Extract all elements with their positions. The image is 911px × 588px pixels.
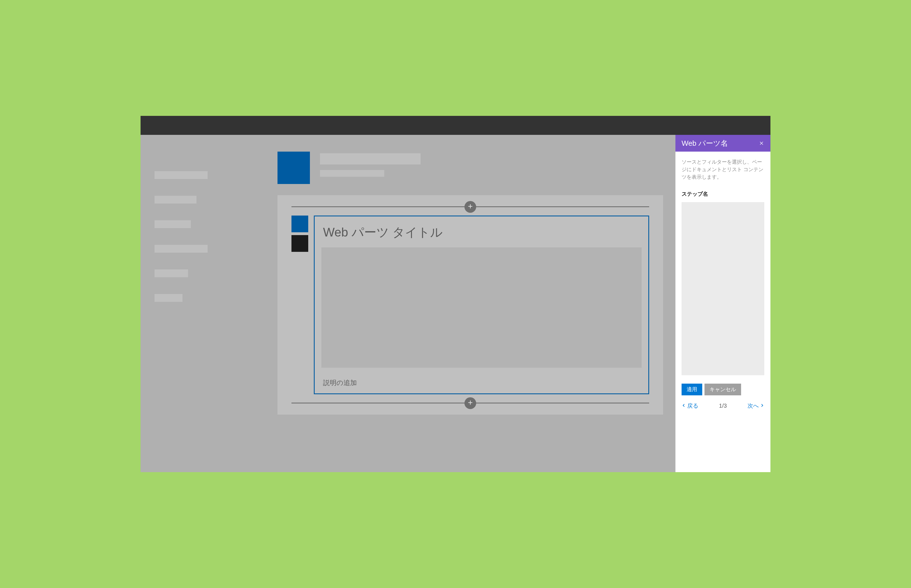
nav-item[interactable] <box>154 294 183 302</box>
chevron-left-icon <box>682 402 686 409</box>
webpart-tool-edit[interactable] <box>292 216 308 232</box>
section-divider-top <box>292 206 649 207</box>
nav-item[interactable] <box>154 196 196 204</box>
cancel-button[interactable]: キャンセル <box>705 384 741 395</box>
webpart-container: Web パーツ タイトル 説明の追加 <box>292 216 649 394</box>
webpart-title[interactable]: Web パーツ タイトル <box>314 216 648 247</box>
nav-item[interactable] <box>154 245 207 253</box>
add-section-button[interactable] <box>464 201 476 213</box>
page-header <box>269 135 676 184</box>
webpart-body-placeholder <box>321 247 642 368</box>
panel-description: ソースとフィルターを選択し、ページにドキュメントとリスト コンテンツを表示します… <box>676 152 770 184</box>
next-button[interactable]: 次へ <box>747 402 764 410</box>
page-subtitle-placeholder <box>320 170 384 177</box>
nav-item[interactable] <box>154 220 191 228</box>
back-label: 戻る <box>687 402 698 410</box>
body-area: Web パーツ タイトル 説明の追加 Web パーツ名 <box>141 135 770 472</box>
webpart-selected[interactable]: Web パーツ タイトル 説明の追加 <box>314 216 649 394</box>
add-section-button[interactable] <box>464 397 476 409</box>
plus-icon <box>467 399 473 407</box>
apply-button[interactable]: 適用 <box>682 384 702 395</box>
main-content: Web パーツ タイトル 説明の追加 <box>261 135 676 472</box>
page-title-block <box>320 152 421 177</box>
page-canvas: Web パーツ タイトル 説明の追加 <box>277 195 663 415</box>
panel-header: Web パーツ名 <box>676 135 770 152</box>
app-window: Web パーツ タイトル 説明の追加 Web パーツ名 <box>141 116 770 472</box>
nav-item[interactable] <box>154 171 207 179</box>
nav-item[interactable] <box>154 270 188 277</box>
plus-icon <box>467 203 473 210</box>
back-button[interactable]: 戻る <box>682 402 698 410</box>
panel-action-buttons: 適用 キャンセル <box>676 375 770 395</box>
webpart-caption[interactable]: 説明の追加 <box>314 375 648 393</box>
panel-step-nav: 戻る 1/3 次へ <box>676 395 770 410</box>
section-divider-bottom <box>292 402 649 404</box>
titlebar <box>141 116 770 135</box>
close-panel-button[interactable] <box>758 139 765 147</box>
properties-panel: Web パーツ名 ソースとフィルターを選択し、ページにドキュメントとリスト コン… <box>676 135 770 472</box>
left-nav <box>141 135 261 472</box>
webpart-toolbar <box>292 216 308 394</box>
page-title-placeholder <box>320 153 421 165</box>
site-logo[interactable] <box>277 152 310 184</box>
panel-step-body[interactable] <box>682 202 764 375</box>
page-indicator: 1/3 <box>719 402 727 409</box>
webpart-tool-delete[interactable] <box>292 235 308 252</box>
panel-step-label: ステップ名 <box>676 184 770 200</box>
next-label: 次へ <box>747 402 759 410</box>
chevron-right-icon <box>760 402 764 409</box>
panel-title: Web パーツ名 <box>682 139 728 148</box>
close-icon <box>759 139 764 148</box>
